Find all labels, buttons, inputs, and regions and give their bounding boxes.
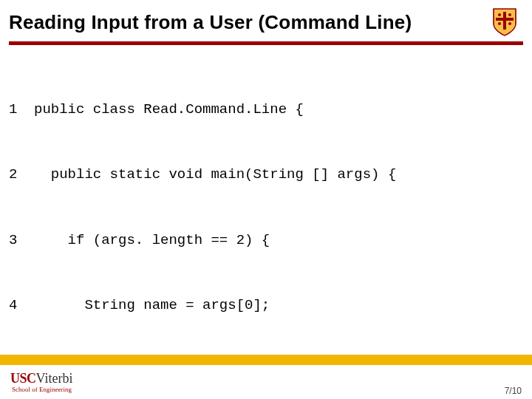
- page-number: 7/10: [505, 386, 522, 396]
- code-line: 3 if (args. length == 2) {: [9, 230, 517, 251]
- logo-usc-text: USC: [10, 371, 36, 386]
- usc-shield-icon: [492, 7, 517, 37]
- code-text: public static void main(String [] args) …: [34, 164, 517, 185]
- slide-header: Reading Input from a User (Command Line): [0, 0, 532, 37]
- line-number: 2: [9, 164, 34, 185]
- line-number: 4: [9, 295, 34, 316]
- line-number: 1: [9, 99, 34, 120]
- svg-point-3: [508, 22, 511, 25]
- logo-viterbi-text: Viterbi: [36, 371, 73, 386]
- code-text: public class Read.Command.Line {: [34, 99, 517, 120]
- code-text: if (args. length == 2) {: [34, 230, 517, 251]
- code-text: String name = args[0];: [34, 295, 517, 316]
- slide-footer: USCViterbi School of Engineering 7/10: [0, 355, 532, 399]
- code-line: 4 String name = args[0];: [9, 295, 517, 316]
- footer-gold-bar: [0, 355, 532, 365]
- line-number: 3: [9, 230, 34, 251]
- code-line: 2 public static void main(String [] args…: [9, 164, 517, 185]
- svg-point-1: [508, 13, 511, 16]
- svg-rect-5: [496, 18, 514, 21]
- svg-point-0: [498, 13, 501, 16]
- usc-viterbi-logo: USCViterbi School of Engineering: [10, 372, 72, 393]
- logo-text: USCViterbi: [10, 372, 72, 385]
- footer-content: USCViterbi School of Engineering 7/10: [0, 365, 532, 399]
- code-line: 1public class Read.Command.Line {: [9, 99, 517, 120]
- slide-title: Reading Input from a User (Command Line): [9, 11, 412, 34]
- logo-subtitle: School of Engineering: [12, 386, 72, 393]
- code-block: 1public class Read.Command.Line { 2 publ…: [0, 45, 532, 399]
- svg-point-2: [498, 22, 501, 25]
